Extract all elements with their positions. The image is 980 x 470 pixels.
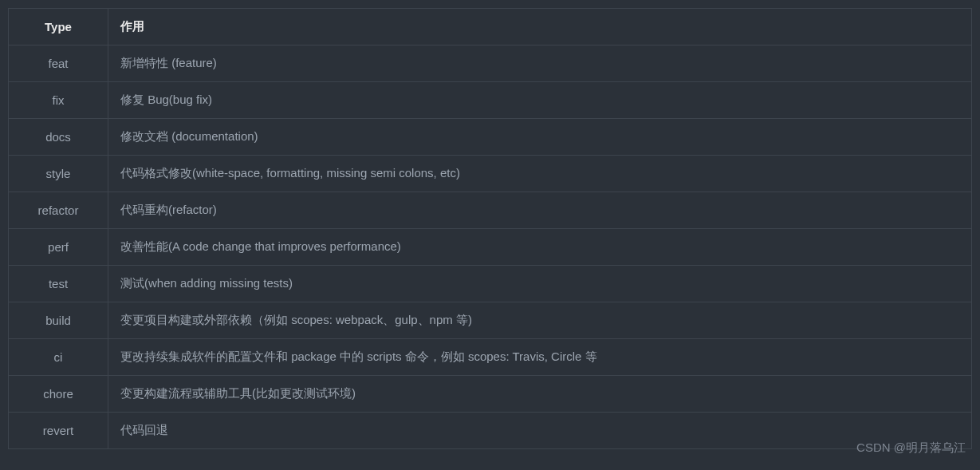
table-row: docs 修改文档 (documentation)	[9, 119, 972, 156]
cell-type: docs	[9, 119, 108, 156]
commit-type-table: Type 作用 feat 新增特性 (feature) fix 修复 Bug(b…	[8, 8, 972, 449]
cell-type: refactor	[9, 192, 108, 229]
cell-description: 改善性能(A code change that improves perform…	[108, 229, 972, 266]
table-row: chore 变更构建流程或辅助工具(比如更改测试环境)	[9, 376, 972, 413]
cell-description: 更改持续集成软件的配置文件和 package 中的 scripts 命令，例如 …	[108, 339, 972, 376]
table-row: test 测试(when adding missing tests)	[9, 266, 972, 302]
header-description: 作用	[108, 9, 972, 45]
cell-type: perf	[9, 229, 108, 266]
cell-type: revert	[9, 413, 108, 449]
table-row: fix 修复 Bug(bug fix)	[9, 82, 972, 119]
cell-type: chore	[9, 376, 108, 413]
cell-type: build	[9, 302, 108, 339]
cell-description: 代码回退	[108, 413, 972, 449]
cell-description: 代码重构(refactor)	[108, 192, 972, 229]
cell-description: 测试(when adding missing tests)	[108, 266, 972, 302]
table-row: style 代码格式修改(white-space, formatting, mi…	[9, 156, 972, 192]
cell-description: 修改文档 (documentation)	[108, 119, 972, 156]
table-row: feat 新增特性 (feature)	[9, 45, 972, 82]
table-row: build 变更项目构建或外部依赖（例如 scopes: webpack、gul…	[9, 302, 972, 339]
cell-description: 变更构建流程或辅助工具(比如更改测试环境)	[108, 376, 972, 413]
cell-type: ci	[9, 339, 108, 376]
table-row: perf 改善性能(A code change that improves pe…	[9, 229, 972, 266]
watermark: CSDN @明月落乌江	[856, 440, 966, 456]
cell-description: 代码格式修改(white-space, formatting, missing …	[108, 156, 972, 192]
cell-type: fix	[9, 82, 108, 119]
cell-description: 新增特性 (feature)	[108, 45, 972, 82]
cell-type: feat	[9, 45, 108, 82]
table-row: refactor 代码重构(refactor)	[9, 192, 972, 229]
table-row: ci 更改持续集成软件的配置文件和 package 中的 scripts 命令，…	[9, 339, 972, 376]
cell-description: 修复 Bug(bug fix)	[108, 82, 972, 119]
cell-description: 变更项目构建或外部依赖（例如 scopes: webpack、gulp、npm …	[108, 302, 972, 339]
cell-type: style	[9, 156, 108, 192]
table-row: revert 代码回退	[9, 413, 972, 449]
cell-type: test	[9, 266, 108, 302]
table-header-row: Type 作用	[9, 9, 972, 45]
header-type: Type	[9, 9, 108, 45]
